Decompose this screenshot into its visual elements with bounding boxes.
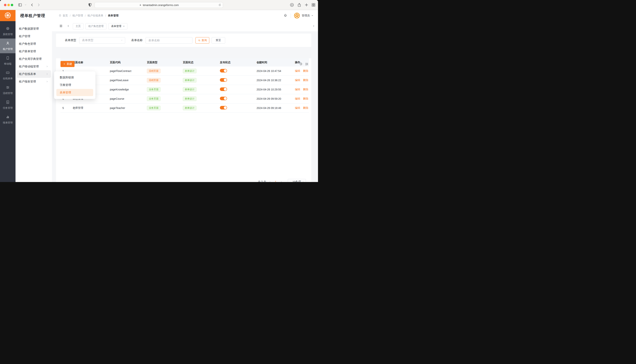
flyout-menu: 数据库链接 字典管理 表单管理 (54, 71, 95, 99)
cell-page-type: 业务页面 (145, 106, 181, 110)
download-icon[interactable] (290, 3, 294, 7)
sidebar-item-datasource[interactable]: 租户数据源管理 (17, 25, 51, 32)
delete-link[interactable]: 删除 (303, 69, 308, 72)
new-button[interactable]: ＋ 新建 (61, 61, 75, 67)
cell-publish-status (218, 97, 255, 101)
cell-created-time: 2024-04-26 09:59:20 (255, 97, 293, 100)
delete-link[interactable]: 删除 (303, 88, 308, 91)
form-type-label: 表单类型 (65, 38, 76, 42)
cell-seq: 5 (61, 106, 71, 110)
breadcrumb-home[interactable]: 首页 (59, 14, 68, 17)
rail-item-online-form[interactable]: 1:1 在线表单 (0, 68, 16, 83)
cell-page-status: 表单设计 (181, 96, 218, 101)
refresh-icon[interactable] (299, 62, 303, 66)
edit-link[interactable]: 编辑 (295, 97, 300, 100)
user-menu[interactable]: 管理员 (302, 14, 310, 17)
app-header: 橙单租户管理 首页 / 租户管理 / 租户在线表单 / 表单管理 管理员 (0, 10, 318, 21)
publish-toggle[interactable] (220, 88, 227, 91)
flyout-item-dict-mgmt[interactable]: 字典管理 (54, 81, 95, 89)
back-button[interactable] (30, 3, 34, 7)
edit-link[interactable]: 编辑 (295, 88, 300, 91)
cell-page-status: 表单设计 (181, 87, 218, 92)
page-status-tag: 表单设计 (183, 78, 196, 82)
tabs-scroll-right-icon[interactable] (312, 24, 315, 28)
tabs-scroll-left-icon[interactable] (67, 24, 70, 28)
sidebar-item-report-mgmt[interactable]: 租户报表管理 (17, 78, 51, 85)
form-type-select[interactable]: 表单类型 (79, 37, 125, 44)
lock-icon (139, 4, 142, 6)
page-size-select[interactable]: 10条/页 (288, 179, 306, 182)
share-icon[interactable] (297, 3, 302, 7)
flyout-item-form-mgmt[interactable]: 表单管理 (56, 89, 93, 96)
icon-rail: 系统管理 租户管理 移动端 1:1 在线表单 流程管理 任务管理 (0, 21, 16, 182)
tab-overview-icon[interactable] (311, 3, 316, 7)
forward-button[interactable] (36, 3, 41, 7)
sidebar-item-role[interactable]: 租户角色管理 (17, 40, 51, 48)
cell-page-code: pageCourse (108, 97, 145, 100)
sidebar-item-tenant[interactable]: 租户管理 (17, 32, 51, 40)
sidebar-item-dict[interactable]: 租户全局字典管理 (17, 55, 51, 63)
traffic-close-button[interactable] (4, 4, 7, 6)
tab-tenant-role[interactable]: 租户角色管理 (85, 23, 106, 30)
rail-item-flow[interactable]: 流程管理 (0, 83, 16, 98)
sidebar-toggle-icon[interactable] (18, 3, 22, 7)
rail-item-task[interactable]: 任务管理 (0, 98, 16, 112)
chevron-down-icon[interactable] (24, 4, 27, 6)
traffic-minimize-button[interactable] (7, 4, 10, 6)
sidebar-item-menu[interactable]: 租户菜单管理 (17, 48, 51, 55)
edit-link[interactable]: 编辑 (295, 69, 300, 72)
breadcrumb-current: 表单管理 (108, 14, 119, 17)
user-chevron-down-icon[interactable] (311, 14, 313, 17)
tab-form-mgmt[interactable]: 表单管理× (108, 23, 127, 30)
edit-link[interactable]: 编辑 (295, 78, 300, 82)
breadcrumb-separator: / (70, 14, 71, 17)
pagination: 共 5 条 1 10条/页 (258, 179, 306, 182)
traffic-zoom-button[interactable] (11, 4, 13, 6)
rail-item-system[interactable]: 系统管理 (0, 24, 16, 38)
flyout-item-database-link[interactable]: 数据库链接 (54, 74, 95, 81)
sidebar-item-mobile-mgmt[interactable]: 租户移动端管理 (17, 63, 51, 70)
cell-page-status: 表单设计 (181, 106, 218, 110)
publish-toggle[interactable] (220, 97, 227, 100)
cell-page-type: 业务页面 (145, 87, 181, 92)
user-icon (6, 41, 10, 46)
notification-bell-icon[interactable] (283, 13, 287, 18)
url-text: tenantadmin.orangeforms.com (143, 4, 179, 6)
row-density-icon[interactable] (305, 62, 308, 66)
rail-item-tenant[interactable]: 租户管理 (0, 38, 16, 53)
publish-toggle[interactable] (220, 106, 227, 110)
reset-button[interactable]: 重置 (211, 37, 225, 44)
breadcrumb-item[interactable]: 租户管理 (72, 14, 83, 17)
delete-link[interactable]: 删除 (303, 97, 308, 100)
page-type-tag: 业务页面 (147, 106, 160, 110)
prev-page-icon[interactable] (269, 181, 271, 182)
chevron-right-icon (46, 72, 48, 76)
url-bar[interactable]: tenantadmin.orangeforms.com (95, 2, 223, 8)
close-tab-icon[interactable]: × (123, 25, 125, 28)
shield-icon[interactable] (88, 3, 92, 7)
delete-link[interactable]: 删除 (303, 106, 308, 109)
reload-icon[interactable] (218, 4, 221, 6)
collapse-menu-icon[interactable] (59, 24, 63, 28)
delete-link[interactable]: 删除 (303, 78, 308, 82)
sidebar-item-online-form[interactable]: 租户在线表单 (17, 70, 51, 78)
current-page[interactable]: 1 (274, 180, 277, 182)
cell-created-time: 2024-04-26 10:36:22 (255, 79, 293, 82)
edit-link[interactable]: 编辑 (295, 106, 300, 109)
query-button[interactable]: 查询 (195, 37, 209, 44)
page-status-tag: 表单设计 (183, 69, 196, 73)
rail-item-mobile[interactable]: 移动端 (0, 53, 16, 68)
next-page-icon[interactable] (280, 181, 282, 182)
cell-created-time: 2024-04-26 09:18:48 (255, 106, 293, 110)
filter-bar: 表单类型 表单类型 表单名称 查询 重置 (56, 34, 311, 47)
tab-home[interactable]: 主页 (73, 23, 84, 30)
form-name-input[interactable] (146, 37, 192, 44)
publish-toggle[interactable] (220, 78, 227, 82)
rail-item-report[interactable]: 报表管理 (0, 112, 16, 127)
avatar[interactable] (294, 13, 300, 18)
publish-toggle[interactable] (220, 69, 227, 72)
breadcrumb-item[interactable]: 租户在线表单 (88, 14, 103, 17)
new-tab-icon[interactable] (304, 3, 309, 7)
document-icon (6, 100, 10, 105)
form-name-label: 表单名称 (131, 38, 143, 42)
